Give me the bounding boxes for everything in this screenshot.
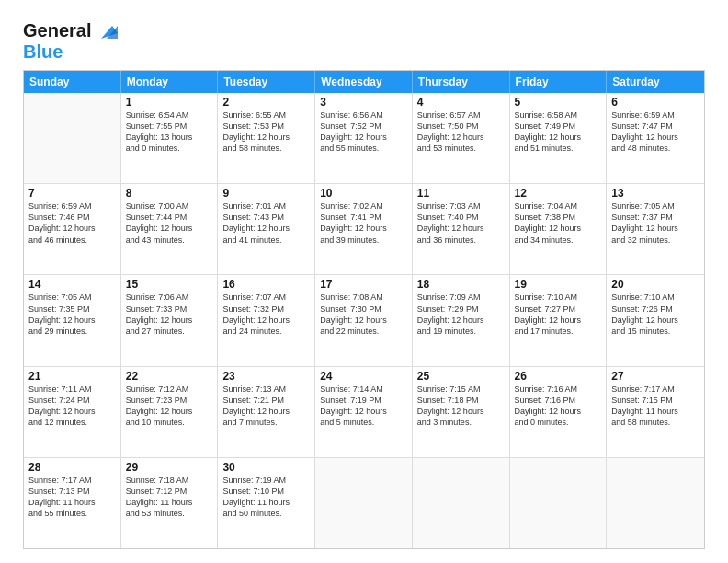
day-number: 30 <box>222 461 310 474</box>
cell-info-line: Sunset: 7:32 PM <box>222 304 310 315</box>
cell-info-line: Sunrise: 7:03 AM <box>417 201 505 212</box>
cell-info-line: Sunset: 7:37 PM <box>611 212 700 223</box>
cell-info-line: Sunrise: 7:15 AM <box>417 384 505 395</box>
day-cell-24: 24Sunrise: 7:14 AMSunset: 7:19 PMDayligh… <box>315 367 413 457</box>
cell-info-line: Sunrise: 7:04 AM <box>515 201 602 212</box>
day-number: 6 <box>611 96 700 109</box>
cell-info-line: Daylight: 12 hours <box>28 406 116 417</box>
cell-info-line: Daylight: 12 hours <box>320 223 407 234</box>
logo-general: General <box>23 21 91 40</box>
cell-info-line: Sunset: 7:46 PM <box>28 212 116 223</box>
day-number: 28 <box>28 461 116 474</box>
day-cell-27: 27Sunrise: 7:17 AMSunset: 7:15 PMDayligh… <box>607 367 704 457</box>
calendar-header: SundayMondayTuesdayWednesdayThursdayFrid… <box>24 71 704 93</box>
day-number: 11 <box>417 187 505 200</box>
cell-info-line: and 53 minutes. <box>417 143 505 154</box>
cell-info-line: and 39 minutes. <box>320 235 407 246</box>
cell-info-line: Daylight: 12 hours <box>515 132 602 143</box>
cell-info-line: Daylight: 12 hours <box>222 406 310 417</box>
cell-info-line: and 50 minutes. <box>222 508 310 519</box>
cell-info-line: and 7 minutes. <box>222 417 310 428</box>
cell-info-line: Sunrise: 7:14 AM <box>320 384 407 395</box>
cell-info-line: Sunrise: 7:06 AM <box>126 292 213 303</box>
cell-info-line: Daylight: 12 hours <box>320 315 407 326</box>
cell-info-line: Sunrise: 7:05 AM <box>28 292 116 303</box>
cell-info-line: Sunset: 7:44 PM <box>126 212 213 223</box>
header: General Blue <box>23 18 705 61</box>
day-number: 18 <box>417 278 505 291</box>
cell-info-line: Sunset: 7:47 PM <box>611 121 700 132</box>
day-header-sunday: Sunday <box>24 71 121 93</box>
day-cell-22: 22Sunrise: 7:12 AMSunset: 7:23 PMDayligh… <box>121 367 219 457</box>
day-number: 5 <box>515 96 602 109</box>
empty-cell-0-0 <box>24 93 121 183</box>
day-number: 27 <box>611 370 700 383</box>
cell-info-line: and 0 minutes. <box>515 417 602 428</box>
day-number: 7 <box>28 187 116 200</box>
cell-info-line: and 48 minutes. <box>611 143 700 154</box>
cell-info-line: Sunrise: 7:01 AM <box>222 201 310 212</box>
cell-info-line: Sunrise: 7:19 AM <box>222 475 310 486</box>
day-cell-21: 21Sunrise: 7:11 AMSunset: 7:24 PMDayligh… <box>24 367 121 457</box>
cell-info-line: Sunset: 7:29 PM <box>417 304 505 315</box>
cell-info-line: Sunset: 7:19 PM <box>320 395 407 406</box>
day-cell-19: 19Sunrise: 7:10 AMSunset: 7:27 PMDayligh… <box>510 275 608 365</box>
day-cell-20: 20Sunrise: 7:10 AMSunset: 7:26 PMDayligh… <box>607 275 704 365</box>
cell-info-line: Sunset: 7:33 PM <box>126 304 213 315</box>
day-number: 14 <box>28 278 116 291</box>
day-cell-12: 12Sunrise: 7:04 AMSunset: 7:38 PMDayligh… <box>510 184 608 274</box>
cell-info-line: and 36 minutes. <box>417 235 505 246</box>
cell-info-line: Sunset: 7:41 PM <box>320 212 407 223</box>
cell-info-line: Daylight: 12 hours <box>611 132 700 143</box>
cell-info-line: Daylight: 12 hours <box>611 315 700 326</box>
cell-info-line: and 53 minutes. <box>126 508 213 519</box>
day-number: 25 <box>417 370 505 383</box>
day-number: 23 <box>222 370 310 383</box>
day-number: 13 <box>611 187 700 200</box>
day-number: 4 <box>417 96 505 109</box>
cell-info-line: and 58 minutes. <box>611 417 700 428</box>
cell-info-line: Sunset: 7:30 PM <box>320 304 407 315</box>
day-cell-3: 3Sunrise: 6:56 AMSunset: 7:52 PMDaylight… <box>315 93 413 183</box>
cell-info-line: Daylight: 12 hours <box>417 132 505 143</box>
day-cell-23: 23Sunrise: 7:13 AMSunset: 7:21 PMDayligh… <box>218 367 315 457</box>
calendar-row-4: 28Sunrise: 7:17 AMSunset: 7:13 PMDayligh… <box>24 458 704 548</box>
cell-info-line: Sunset: 7:24 PM <box>28 395 116 406</box>
cell-info-line: Sunset: 7:53 PM <box>222 121 310 132</box>
calendar-body: 1Sunrise: 6:54 AMSunset: 7:55 PMDaylight… <box>24 93 704 548</box>
cell-info-line: Sunrise: 7:18 AM <box>126 475 213 486</box>
day-number: 19 <box>515 278 602 291</box>
cell-info-line: Sunrise: 6:58 AM <box>515 109 602 121</box>
day-cell-2: 2Sunrise: 6:55 AMSunset: 7:53 PMDaylight… <box>218 93 315 183</box>
cell-info-line: and 5 minutes. <box>320 417 407 428</box>
day-number: 21 <box>28 370 116 383</box>
day-number: 26 <box>515 370 602 383</box>
day-number: 20 <box>611 278 700 291</box>
cell-info-line: and 10 minutes. <box>126 417 213 428</box>
cell-info-line: and 24 minutes. <box>222 326 310 337</box>
day-cell-13: 13Sunrise: 7:05 AMSunset: 7:37 PMDayligh… <box>607 184 704 274</box>
cell-info-line: and 32 minutes. <box>611 235 700 246</box>
day-cell-8: 8Sunrise: 7:00 AMSunset: 7:44 PMDaylight… <box>121 184 219 274</box>
empty-cell-4-5 <box>510 458 608 548</box>
day-number: 3 <box>320 96 407 109</box>
cell-info-line: Daylight: 12 hours <box>126 315 213 326</box>
day-number: 17 <box>320 278 407 291</box>
calendar-row-2: 14Sunrise: 7:05 AMSunset: 7:35 PMDayligh… <box>24 275 704 366</box>
cell-info-line: Daylight: 12 hours <box>417 406 505 417</box>
cell-info-line: and 27 minutes. <box>126 326 213 337</box>
day-cell-5: 5Sunrise: 6:58 AMSunset: 7:49 PMDaylight… <box>510 93 608 183</box>
page: General Blue SundayMondayTuesdayWednesda… <box>0 0 728 563</box>
day-header-thursday: Thursday <box>413 71 510 93</box>
cell-info-line: Daylight: 12 hours <box>222 223 310 234</box>
cell-info-line: and 34 minutes. <box>515 235 602 246</box>
cell-info-line: Sunrise: 7:00 AM <box>126 201 213 212</box>
cell-info-line: Sunset: 7:26 PM <box>611 304 700 315</box>
day-number: 24 <box>320 370 407 383</box>
day-cell-30: 30Sunrise: 7:19 AMSunset: 7:10 PMDayligh… <box>218 458 315 548</box>
cell-info-line: Sunrise: 7:10 AM <box>515 292 602 303</box>
day-cell-15: 15Sunrise: 7:06 AMSunset: 7:33 PMDayligh… <box>121 275 219 365</box>
day-number: 16 <box>222 278 310 291</box>
cell-info-line: Sunset: 7:49 PM <box>515 121 602 132</box>
cell-info-line: and 55 minutes. <box>320 143 407 154</box>
